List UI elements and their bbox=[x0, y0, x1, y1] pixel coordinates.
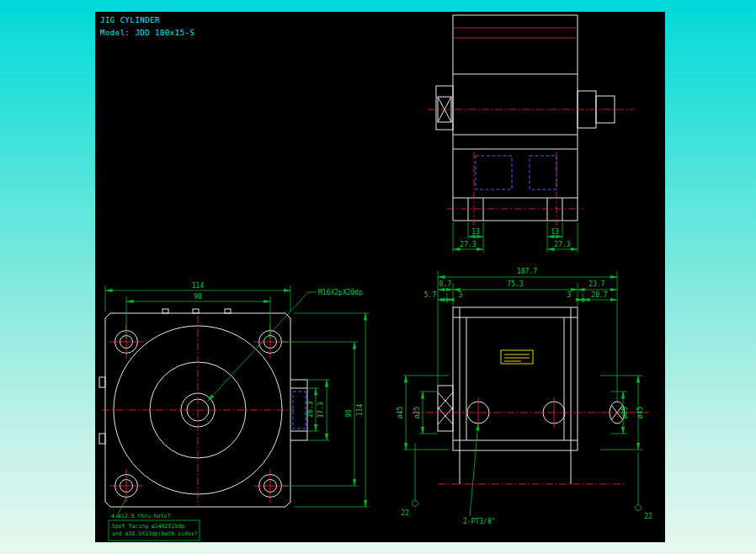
desktop-background: JIG CYLINDER Model: JDD 100x15-S bbox=[0, 0, 756, 554]
dim-22-right-label: 22 bbox=[644, 513, 652, 520]
top-view-centerlines bbox=[428, 28, 634, 226]
drawing-model: Model: JDD 100x15-S bbox=[100, 29, 194, 37]
side-view-annotations: 22 22 2-PT3/8" bbox=[401, 423, 652, 525]
logo-plate bbox=[501, 350, 533, 364]
front-view-centerlines bbox=[102, 316, 295, 505]
dia-45-left-label: ø45 bbox=[397, 407, 404, 419]
dia-45-right-label: ø45 bbox=[636, 407, 644, 419]
note-line-1: 4-ø12.5 thru-hole? bbox=[111, 513, 171, 519]
note-line-2: Spot facing ø14X2X15dp bbox=[112, 523, 184, 530]
dim-90-right-label: 90 bbox=[345, 409, 353, 418]
title-block: JIG CYLINDER Model: JDD 100x15-S bbox=[100, 16, 194, 37]
side-view: 107.7 8.7 75.3 23.7 5.7 3 3 20.7 bbox=[397, 268, 652, 525]
dim-75-3-label: 75.3 bbox=[507, 280, 523, 288]
side-view-geometry bbox=[438, 307, 625, 484]
dim-27-3-left-label: 27.3 bbox=[460, 241, 476, 248]
dim-107-7-label: 107.7 bbox=[517, 268, 537, 275]
top-view-hidden-lines bbox=[476, 156, 556, 189]
note-line-3: and ø18.5X13dp(both sides? bbox=[112, 530, 198, 537]
dim-20-7-label: 20.7 bbox=[591, 291, 607, 299]
front-view-geometry bbox=[99, 309, 307, 507]
top-view-dimensions: 13 13 27.3 27.3 bbox=[453, 222, 578, 253]
dim-3-left-label: 3 bbox=[459, 291, 463, 299]
top-view: 13 13 27.3 27.3 bbox=[428, 15, 634, 253]
dim-13-left-label: 13 bbox=[471, 228, 480, 236]
dim-90-top-label: 90 bbox=[194, 293, 202, 301]
dim-8-7-label: 8.7 bbox=[439, 280, 452, 288]
dim-114-top-label: 114 bbox=[192, 282, 205, 290]
port-callout: 2-PT3/8" bbox=[463, 518, 496, 525]
side-view-dimensions: 107.7 8.7 75.3 23.7 5.7 3 3 20.7 bbox=[397, 268, 644, 450]
dim-27-3-right-label: 27.3 bbox=[554, 241, 570, 248]
thread-callout: M16X2pX20dp bbox=[318, 289, 363, 296]
cad-drawing-canvas[interactable]: JIG CYLINDER Model: JDD 100x15-S bbox=[95, 12, 665, 542]
dia-25-left-label: ø25 bbox=[413, 407, 421, 419]
dim-3-right-label: 3 bbox=[567, 291, 572, 299]
drawing-title: JIG CYLINDER bbox=[100, 16, 160, 24]
dim-26-3-label: 26.3 bbox=[306, 401, 314, 417]
front-view-dimensions: 114 90 26.3 37.3 90 bbox=[105, 282, 369, 507]
dim-22-left-label: 22 bbox=[401, 509, 409, 517]
dim-23-7-label: 23.7 bbox=[588, 280, 604, 288]
dim-114-right-label: 114 bbox=[356, 404, 364, 417]
top-view-geometry bbox=[436, 15, 615, 221]
front-view-hidden-lines bbox=[293, 392, 306, 429]
dim-37-3-label: 37.3 bbox=[317, 402, 325, 418]
front-view: 114 90 26.3 37.3 90 bbox=[99, 282, 369, 541]
dim-5-7-label: 5.7 bbox=[424, 291, 437, 299]
dia-25-right-label: ø25 bbox=[621, 407, 629, 419]
dim-13-right-label: 13 bbox=[551, 228, 559, 236]
